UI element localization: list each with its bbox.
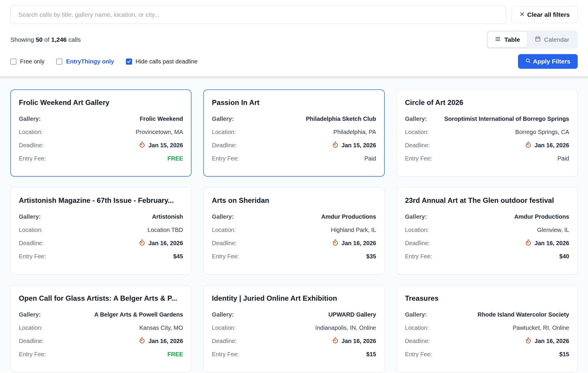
gallery-row: Gallery: UPWARD Gallery	[212, 311, 376, 319]
location-label: Location:	[19, 325, 43, 331]
hide-past-deadline-checkbox[interactable]	[126, 58, 132, 65]
table-view-label: Table	[504, 36, 520, 43]
gallery-row: Gallery: Rhode Island Watercolor Society	[405, 311, 569, 319]
gallery-row: Gallery: Artistonish	[19, 213, 183, 221]
calendar-view-button[interactable]: Calendar	[528, 32, 576, 47]
deadline-row: Deadline: Jan 16, 2026	[212, 337, 376, 345]
location-value: Borrego Springs, CA	[515, 129, 569, 136]
location-row: Location: Indianapolis, IN, Online	[212, 324, 376, 332]
entry-fee-row: Entry Fee: Paid	[405, 155, 569, 163]
entry-fee-value: $15	[366, 351, 376, 358]
filter-entrythingy-only[interactable]: EntryThingy only	[56, 58, 114, 65]
deadline-date: Jan 16, 2026	[342, 338, 376, 344]
call-card[interactable]: Treasures Gallery: Rhode Island Watercol…	[397, 285, 578, 372]
deadline-value: Jan 16, 2026	[525, 239, 569, 247]
deadline-row: Deadline: Jan 16, 2026	[405, 239, 569, 247]
location-value: Indianapolis, IN, Online	[315, 325, 376, 331]
call-title: Open Call for Glass Artists: A Belger Ar…	[19, 294, 183, 302]
filters-row: Free only EntryThingy only Hide calls pa…	[10, 54, 578, 76]
call-card[interactable]: Identity | Juried Online Art Exhibition …	[203, 285, 384, 372]
entry-fee-row: Entry Fee: $40	[405, 252, 569, 260]
location-label: Location:	[19, 129, 43, 136]
deadline-row: Deadline: Jan 16, 2026	[19, 239, 183, 247]
free-only-label: Free only	[20, 58, 44, 65]
deadline-label: Deadline:	[19, 338, 44, 344]
deadline-label: Deadline:	[405, 142, 430, 149]
call-title: Circle of Art 2026	[405, 98, 569, 107]
gallery-row: Gallery: Amdur Productions	[405, 213, 569, 221]
location-label: Location:	[405, 129, 429, 136]
deadline-value: Jan 15, 2026	[139, 141, 183, 149]
gallery-row: Gallery: A Belger Arts & Powell Gardens	[19, 311, 183, 319]
deadline-row: Deadline: Jan 16, 2026	[19, 337, 183, 345]
deadline-label: Deadline:	[212, 142, 237, 149]
cards-grid: Frolic Weekend Art Gallery Gallery: Frol…	[10, 89, 578, 372]
gallery-label: Gallery:	[212, 311, 234, 318]
gallery-value: Amdur Productions	[321, 213, 376, 220]
deadline-row: Deadline: Jan 16, 2026	[212, 239, 376, 247]
timer-icon	[525, 337, 532, 345]
call-card[interactable]: 23rd Annual Art at The Glen outdoor fest…	[397, 187, 578, 275]
gallery-label: Gallery:	[19, 311, 41, 318]
free-only-checkbox[interactable]	[10, 58, 16, 65]
timer-icon	[139, 337, 145, 345]
call-title: Treasures	[405, 294, 569, 302]
call-card[interactable]: Frolic Weekend Art Gallery Gallery: Frol…	[10, 89, 191, 177]
gallery-value: Amdur Productions	[514, 213, 569, 220]
entry-fee-label: Entry Fee:	[212, 253, 239, 260]
summary-total-count: 1,246	[51, 36, 67, 43]
timer-icon	[525, 141, 532, 149]
call-card[interactable]: Passion In Art Gallery: Philadelphia Ske…	[203, 89, 384, 177]
clear-all-filters-button[interactable]: Clear all filters	[512, 6, 578, 23]
call-title: Identity | Juried Online Art Exhibition	[212, 294, 376, 302]
entry-fee-row: Entry Fee: FREE	[19, 350, 183, 358]
filter-hide-past-deadline[interactable]: Hide calls past deadline	[126, 58, 198, 65]
location-label: Location:	[405, 227, 429, 233]
entry-fee-value: $40	[559, 253, 569, 260]
x-icon	[519, 11, 525, 18]
gallery-label: Gallery:	[212, 213, 234, 220]
deadline-label: Deadline:	[405, 240, 430, 247]
filter-free-only[interactable]: Free only	[10, 58, 44, 65]
entry-fee-label: Entry Fee:	[212, 155, 239, 162]
call-card[interactable]: Open Call for Glass Artists: A Belger Ar…	[10, 285, 191, 372]
list-icon	[495, 36, 501, 44]
location-value: Philadelphia, PA	[333, 129, 376, 136]
gallery-value: UPWARD Gallery	[328, 311, 376, 318]
location-row: Location: Location TBD	[19, 226, 183, 234]
location-row: Location: Provincetown, MA	[19, 128, 183, 136]
gallery-label: Gallery:	[405, 213, 427, 220]
entrythingy-only-checkbox[interactable]	[56, 58, 62, 65]
gallery-value: A Belger Arts & Powell Gardens	[94, 311, 183, 318]
results-section: Frolic Weekend Art Gallery Gallery: Frol…	[0, 76, 588, 372]
deadline-date: Jan 15, 2026	[148, 142, 183, 149]
summary-shown-count: 50	[36, 36, 42, 43]
timer-icon	[332, 239, 339, 247]
deadline-value: Jan 16, 2026	[332, 337, 376, 345]
view-toggle: Table Calendar	[486, 30, 578, 49]
results-summary: Showing 50 of 1,246 calls	[10, 36, 81, 43]
entry-fee-label: Entry Fee:	[19, 253, 46, 260]
gallery-value: Artistonish	[152, 213, 183, 220]
call-card[interactable]: Circle of Art 2026 Gallery: Soroptimist …	[397, 89, 578, 177]
gallery-value: Rhode Island Watercolor Society	[477, 311, 569, 318]
deadline-label: Deadline:	[212, 338, 237, 344]
deadline-row: Deadline: Jan 15, 2026	[19, 141, 183, 149]
location-row: Location: Kansas City, MO	[19, 324, 183, 332]
deadline-date: Jan 16, 2026	[534, 338, 569, 344]
location-value: Location TBD	[148, 227, 183, 233]
deadline-value: Jan 16, 2026	[139, 337, 183, 345]
entry-fee-value: Paid	[364, 155, 376, 162]
timer-icon	[525, 239, 532, 247]
summary-calls: calls	[68, 36, 81, 43]
search-input[interactable]	[10, 6, 506, 24]
call-card[interactable]: Artistonish Magazine - 67th Issue - Febr…	[10, 187, 191, 275]
table-view-button[interactable]: Table	[488, 32, 527, 47]
call-card[interactable]: Arts on Sheridan Gallery: Amdur Producti…	[203, 187, 384, 275]
location-label: Location:	[19, 227, 43, 233]
location-value: Provincetown, MA	[136, 129, 183, 136]
apply-filters-button[interactable]: Apply Filters	[518, 54, 578, 69]
entry-fee-value: Paid	[557, 155, 569, 162]
entry-fee-row: Entry Fee: Paid	[212, 155, 376, 163]
location-label: Location:	[212, 227, 236, 233]
